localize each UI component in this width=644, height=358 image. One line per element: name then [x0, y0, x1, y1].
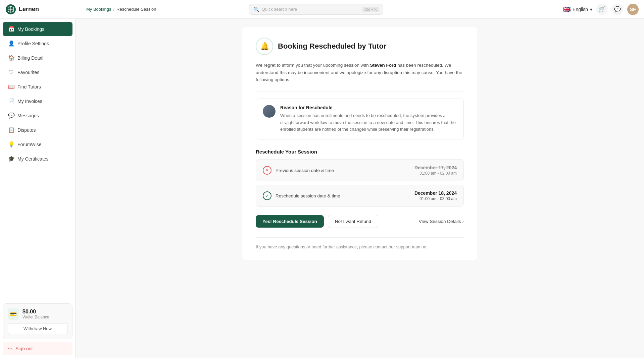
nav-label-messages: Messages — [17, 113, 39, 118]
avatar[interactable]: SF — [627, 4, 639, 15]
divider-1 — [256, 92, 464, 92]
sidebar-item-billing-detail[interactable]: 🏠Billing Detail — [3, 51, 72, 65]
sidebar-item-my-bookings[interactable]: 📅My Bookings — [3, 22, 72, 36]
nav-icon-messages: 💬 — [8, 112, 14, 119]
search-icon: 🔍 — [253, 7, 259, 12]
nav-label-my-bookings: My Bookings — [17, 26, 44, 32]
reason-title: Reason for Reschedule — [280, 105, 457, 110]
language-selector[interactable]: 🇬🇧 English ▾ — [563, 6, 592, 13]
search-bar[interactable]: 🔍 Quick search here Ctrl + K — [249, 4, 383, 15]
action-row: Yes! Reschedule Session No! I want Refun… — [256, 215, 464, 228]
previous-session-time: 01:00 am - 02:00 am — [414, 171, 457, 176]
intro-text-part1: We regret to inform you that your upcomi… — [256, 63, 370, 68]
nav-icon-forumwise: 💡 — [8, 141, 14, 147]
nav-label-my-certificates: My Certificates — [17, 156, 49, 162]
breadcrumb-parent[interactable]: My Bookings — [86, 7, 111, 12]
nav-label-profile-settings: Profile Settings — [17, 41, 49, 46]
previous-session-date: December 17, 2024 — [414, 165, 457, 170]
sign-out-button[interactable]: ↪ Sign out — [3, 342, 72, 355]
header-right: 🇬🇧 English ▾ 🛒 💬 SF — [563, 4, 639, 15]
flag-icon: 🇬🇧 — [563, 6, 571, 13]
confirmed-indicator: ✓ — [263, 191, 271, 200]
nav-icon-favourites: ♡ — [8, 69, 14, 75]
refund-button[interactable]: No! I want Refund — [328, 215, 378, 228]
reason-box: Reason for Reschedule When a session has… — [256, 99, 464, 139]
reschedule-section-title: Reschedule Your Session — [256, 149, 464, 155]
nav-label-disputes: Disputes — [17, 127, 36, 133]
divider-2 — [256, 237, 464, 238]
language-label: English — [573, 7, 588, 12]
nav-label-forumwise: ForumWise — [17, 142, 42, 147]
cart-button[interactable]: 🛒 — [596, 4, 608, 15]
sidebar-item-profile-settings[interactable]: 👤Profile Settings — [3, 37, 72, 50]
new-session-card: ✓ Reschedule session date & time Decembe… — [256, 185, 464, 207]
nav-icon-disputes: 📋 — [8, 127, 14, 133]
nav-label-find-tutors: Find Tutors — [17, 84, 41, 90]
wallet-amount: $0.00 — [22, 309, 49, 315]
session-cards: ✕ Previous session date & time December … — [256, 159, 464, 207]
sidebar-item-messages[interactable]: 💬Messages — [3, 109, 72, 122]
search-placeholder-text: Quick search here — [262, 7, 360, 12]
previous-session-card: ✕ Previous session date & time December … — [256, 159, 464, 181]
view-session-details-link[interactable]: View Session Details › — [419, 219, 464, 224]
nav-icon-billing-detail: 🏠 — [8, 55, 14, 61]
search-shortcut-badge: Ctrl + K — [362, 7, 379, 12]
sidebar-item-favourites[interactable]: ♡Favourites — [3, 65, 72, 79]
sidebar-item-my-invoices[interactable]: 📄My Invoices — [3, 94, 72, 108]
nav-icon-my-bookings: 📅 — [8, 26, 14, 32]
new-session-time: 01:00 am - 03:00 am — [414, 196, 457, 201]
app-name: Lernen — [19, 6, 39, 13]
sign-out-icon: ↪ — [8, 346, 12, 351]
sidebar-item-my-certificates[interactable]: 🎓My Certificates — [3, 152, 72, 166]
new-session-label: Reschedule session date & time — [276, 193, 340, 198]
sign-out-label: Sign out — [15, 346, 33, 351]
page-header: 🔔 Booking Rescheduled by Tutor — [256, 38, 464, 55]
nav-icon-profile-settings: 👤 — [8, 40, 14, 47]
nav-icon-my-certificates: 🎓 — [8, 156, 14, 162]
chevron-down-icon: ▾ — [590, 7, 592, 12]
nav-icon-my-invoices: 📄 — [8, 98, 14, 104]
intro-paragraph: We regret to inform you that your upcomi… — [256, 62, 464, 83]
new-session-date: December 18, 2024 — [414, 190, 457, 196]
reschedule-button[interactable]: Yes! Reschedule Session — [256, 215, 324, 228]
logo-area: Lernen — [5, 4, 81, 15]
breadcrumb: My Bookings / Reschedule Session — [86, 7, 156, 12]
sidebar: 📅My Bookings👤Profile Settings🏠Billing De… — [0, 19, 76, 358]
wallet-label: Wallet Balance — [22, 315, 49, 319]
sidebar-item-forumwise[interactable]: 💡ForumWise — [3, 137, 72, 151]
tutor-name: Steven Ford — [370, 63, 396, 68]
breadcrumb-current: Reschedule Session — [116, 7, 156, 12]
tutor-avatar — [263, 105, 276, 118]
footer-note: If you have any questions or need furthe… — [256, 244, 464, 249]
breadcrumb-separator: / — [113, 7, 114, 12]
previous-session-label: Previous session date & time — [276, 168, 334, 173]
messages-button[interactable]: 💬 — [612, 4, 623, 15]
wallet-icon: 💳 — [8, 308, 19, 320]
sidebar-item-disputes[interactable]: 📋Disputes — [3, 123, 72, 137]
page-card: 🔔 Booking Rescheduled by Tutor We regret… — [242, 27, 477, 260]
sidebar-item-find-tutors[interactable]: 📖Find Tutors — [3, 80, 72, 94]
nav-label-billing-detail: Billing Detail — [17, 55, 43, 61]
nav-icon-find-tutors: 📖 — [8, 83, 14, 90]
reason-description: When a session has enrollments and needs… — [280, 112, 457, 133]
withdraw-button[interactable]: Withdraw Now — [8, 323, 67, 334]
sidebar-nav: 📅My Bookings👤Profile Settings🏠Billing De… — [0, 19, 75, 301]
view-details-label: View Session Details — [419, 219, 461, 224]
cancelled-indicator: ✕ — [263, 166, 271, 175]
chevron-right-icon: › — [462, 219, 464, 224]
nav-label-favourites: Favourites — [17, 70, 39, 75]
bell-icon-circle: 🔔 — [256, 38, 273, 55]
wallet-section: 💳 $0.00 Wallet Balance Withdraw Now — [3, 303, 72, 339]
page-title: Booking Rescheduled by Tutor — [278, 42, 387, 51]
nav-label-my-invoices: My Invoices — [17, 99, 42, 104]
main-content: 🔔 Booking Rescheduled by Tutor We regret… — [76, 19, 644, 358]
